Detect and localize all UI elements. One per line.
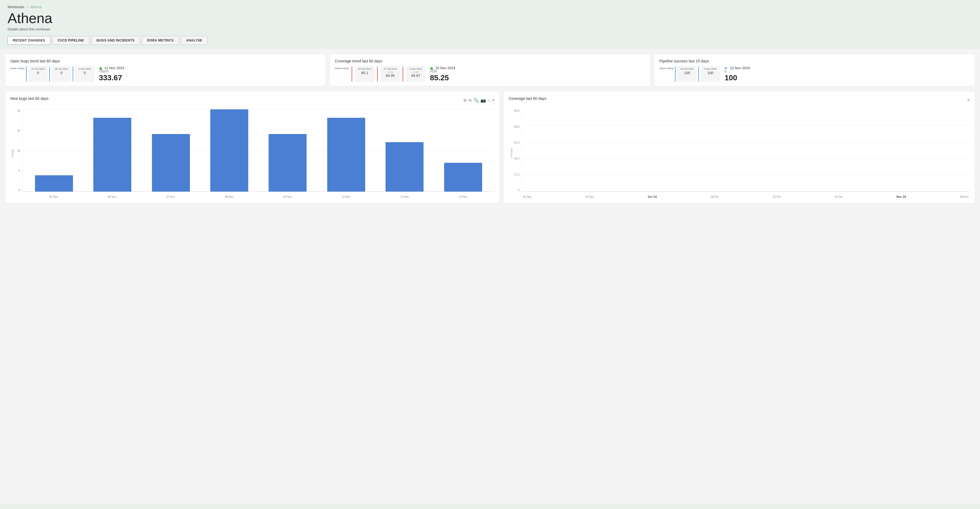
pipeline-card: Pipeline success last 15 days Week endin… <box>654 54 975 86</box>
open-bugs-week-2-value: 0 <box>54 71 68 75</box>
charts-row: New bugs last 60 days ⊕ ⊖ 🔍 📷 ⌂ ≡ 0 5 10… <box>5 91 975 203</box>
search-icon[interactable]: 🔍 <box>473 98 479 103</box>
pipeline-week-2-value: 100 <box>703 71 718 75</box>
pipeline-current-delta: 0 <box>724 70 970 73</box>
open-bugs-week-2: 28 Oct 2024 0 <box>52 66 71 82</box>
breadcrumb-current: Athena <box>30 5 41 9</box>
bar-col <box>434 109 492 192</box>
zoom-in-icon[interactable]: ⊕ <box>463 98 467 103</box>
x-label-item: 06 Nov <box>83 196 142 198</box>
bar-col <box>25 109 83 192</box>
bar-chart-y-title: all-bugs <box>11 149 14 157</box>
x-label-item: 10 Nov <box>317 196 375 198</box>
pipeline-week-2-date: 5 Nov 2024 <box>703 68 718 70</box>
coverage-week-3-value: 84.67 <box>409 73 423 78</box>
line-y-label-0: 0 <box>508 189 521 192</box>
week-divider-1 <box>26 67 27 82</box>
tab-bugs-incidents[interactable]: BUGS AND INCIDENTS <box>91 36 140 45</box>
line-chart-title: Coverage last 60 days <box>508 96 546 101</box>
line-x-label-0: 16 Sep <box>523 196 531 198</box>
breadcrumb-workloads-link[interactable]: Workloads <box>8 5 24 9</box>
coverage-current-date: 10 Nov 2024 <box>435 66 455 70</box>
tab-analyse[interactable]: ANALYSE <box>181 36 208 45</box>
coverage-weeks-row: Week ending 20 Oct 2024 85.1 27 Oct 2024… <box>335 66 645 82</box>
coverage-week-2-delta: -0.15 <box>383 71 397 73</box>
pipeline-divider-1 <box>675 67 676 82</box>
pipeline-divider-2 <box>698 67 699 82</box>
bar-rect <box>385 142 423 192</box>
bar-rect <box>269 134 307 192</box>
y-label-5: 5 <box>10 169 22 172</box>
coverage-divider-2 <box>377 67 378 82</box>
open-bugs-current-delta: +333.67 <box>99 70 321 73</box>
open-bugs-current-value: 333.67 <box>99 73 321 82</box>
line-x-label-5: 24 Oct <box>835 196 842 198</box>
open-bugs-week-1-date: 21 Oct 2024 <box>31 68 45 70</box>
coverage-current-label: 10 Nov 2024 <box>430 66 645 70</box>
camera-icon[interactable]: 📷 <box>480 98 486 103</box>
breadcrumb-separator: / <box>27 5 28 9</box>
bar-col <box>317 109 375 192</box>
bar-chart-card: New bugs last 60 days ⊕ ⊖ 🔍 📷 ⌂ ≡ 0 5 10… <box>5 91 499 203</box>
bar-rect <box>93 118 131 192</box>
pipeline-week-label: Week ending <box>659 66 673 70</box>
zoom-out-icon[interactable]: ⊖ <box>468 98 472 103</box>
bar-chart-toolbar: ⊕ ⊖ 🔍 📷 ⌂ ≡ <box>463 98 494 103</box>
open-bugs-week-3-value: 0 <box>78 71 92 75</box>
tab-bar: RECENT CHANGES CI/CD PIPELINE BUGS AND I… <box>0 36 980 49</box>
line-chart-x-labels: 16 Sep 24 Sep Oct '24 08 Oct 16 Oct 24 O… <box>522 196 970 198</box>
coverage-week-label: Week ending <box>335 66 349 70</box>
breadcrumb: Workloads / Athena <box>8 5 972 9</box>
open-bugs-current-date: 11 Nov 2024 <box>104 66 124 70</box>
coverage-week-1: 20 Oct 2024 85.1 <box>355 66 374 82</box>
open-bugs-week-label: Week ending <box>10 66 24 70</box>
bar-col <box>375 109 434 192</box>
pipeline-title: Pipeline success last 15 days <box>659 59 970 63</box>
line-chart-container: 0 17.2 34.3 51.5 68.6 85.8 coverage <box>508 107 970 199</box>
coverage-divider-1 <box>352 67 352 82</box>
line-y-label-68: 68.6 <box>508 126 521 128</box>
open-bugs-week-1-value: 0 <box>31 71 45 75</box>
pipeline-week-2: 5 Nov 2024 100 <box>700 66 720 82</box>
week-divider-3 <box>73 67 73 82</box>
summary-row: Open bugs trend last 60 days Week ending… <box>5 54 975 86</box>
x-label-item: 08 Nov <box>200 196 259 198</box>
home-icon[interactable]: ⌂ <box>488 98 490 103</box>
coverage-week-2: 27 Oct 2024 -0.15 84.95 <box>380 66 400 82</box>
tab-recent-changes[interactable]: RECENT CHANGES <box>8 36 50 45</box>
open-bugs-current: 11 Nov 2024 +333.67 333.67 <box>96 66 321 82</box>
tab-dora-metrics[interactable]: DORA METRICS <box>142 36 179 45</box>
bar-chart-inner <box>22 109 494 192</box>
line-chart-menu-icon[interactable]: ≡ <box>967 98 970 103</box>
bar-chart-title: New bugs last 60 days <box>10 96 49 101</box>
bar-col <box>200 109 258 192</box>
pipeline-weeks-row: Week ending 29 Oct 2024 100 5 Nov 2024 1… <box>659 66 970 82</box>
menu-icon[interactable]: ≡ <box>492 98 494 103</box>
pipeline-week-1: 29 Oct 2024 100 <box>677 66 697 82</box>
open-bugs-week-3: 4 Nov 2024 0 <box>75 66 94 82</box>
line-chart-card: Coverage last 60 days ≡ 0 17.2 34.3 51.5… <box>504 91 975 203</box>
line-y-label-85: 85.8 <box>508 109 521 112</box>
line-chart-svg <box>522 109 970 192</box>
line-x-label-6: Nov '24 <box>896 196 906 198</box>
coverage-card: Coverage trend last 60 days Week ending … <box>330 54 650 86</box>
bar-rect <box>152 134 190 192</box>
open-bugs-weeks-row: Week ending 21 Oct 2024 0 28 Oct 2024 0 … <box>10 66 321 82</box>
line-x-label-7: 08 Nov <box>960 196 969 198</box>
tab-cicd-pipeline[interactable]: CI/CD PIPELINE <box>52 36 89 45</box>
bar-rect <box>35 175 73 192</box>
bar-chart-container: 0 5 10 15 20 all-bugs <box>10 107 494 199</box>
pipeline-equal-icon <box>724 67 727 69</box>
open-bugs-week-1: 21 Oct 2024 0 <box>28 66 48 82</box>
pipeline-current: 12 Nov 2024 0 100 <box>722 66 970 82</box>
open-bugs-card: Open bugs trend last 60 days Week ending… <box>5 54 326 86</box>
open-bugs-arrow-up-icon <box>99 67 103 70</box>
coverage-divider-3 <box>402 67 403 82</box>
bar-rect <box>327 118 365 192</box>
coverage-week-3-delta: -0.28 <box>409 71 423 73</box>
y-label-0: 0 <box>10 189 22 192</box>
line-x-label-2: Oct '24 <box>648 196 657 198</box>
line-x-label-3: 08 Oct <box>711 196 718 198</box>
bar-col <box>142 109 200 192</box>
bar-col <box>83 109 142 192</box>
